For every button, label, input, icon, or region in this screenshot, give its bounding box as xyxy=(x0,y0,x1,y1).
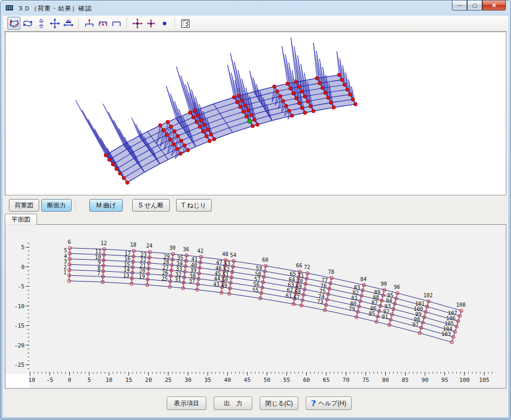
support-node-3d xyxy=(327,96,330,100)
tab-plan-view[interactable]: 平面図 xyxy=(5,214,37,225)
diagram-type-row: 荷重図 断面力 M 曲げ S せん断 T ねじり xyxy=(3,196,508,213)
plan-view-panel: -10-505101520253035404550556065707580859… xyxy=(5,224,506,389)
node-number: 36 xyxy=(183,247,189,252)
support-node-3d xyxy=(343,83,346,87)
node-number: 29 xyxy=(164,254,170,260)
x-tick-label: 65 xyxy=(323,377,330,383)
torsion-button[interactable]: T ねじり xyxy=(176,199,212,212)
dialog-content: 荷重図 断面力 M 曲げ S せん断 T ねじり 平面図 -10-5051015… xyxy=(3,16,508,417)
support-node-3d xyxy=(300,106,304,110)
support-node-3d xyxy=(292,91,295,95)
orbit-button[interactable] xyxy=(21,17,34,30)
shear-button[interactable]: S せん断 xyxy=(132,199,170,212)
support-node-3d xyxy=(243,103,247,107)
node-number: 33 xyxy=(176,266,182,272)
support-node-3d xyxy=(235,100,239,104)
node-number: 59 xyxy=(256,265,262,271)
support-node-3d xyxy=(294,80,298,84)
support-node-3d xyxy=(297,101,301,105)
node-number: 56 xyxy=(253,282,260,287)
support-node-3d xyxy=(286,82,289,86)
node-forces-large-button[interactable] xyxy=(131,17,144,30)
support-node-3d xyxy=(158,124,162,127)
node-dot-button[interactable] xyxy=(158,17,171,30)
help-question-icon: ? xyxy=(311,399,316,408)
span-frame-button[interactable] xyxy=(110,17,123,30)
node-number: 38 xyxy=(190,273,196,279)
node-number: 102 xyxy=(423,293,433,298)
x-tick-label: 80 xyxy=(382,377,389,383)
y-tick-label: -10 xyxy=(14,303,25,310)
node-forces-small-button[interactable] xyxy=(144,17,157,30)
support-node-3d xyxy=(251,124,254,128)
node-number: 20 xyxy=(139,268,145,274)
support-node-3d xyxy=(188,111,192,114)
support-node-3d xyxy=(196,114,200,118)
load-point-button[interactable] xyxy=(96,17,109,30)
support-node-3d xyxy=(329,101,333,104)
support-node-3d xyxy=(193,109,196,113)
support-node-3d xyxy=(201,130,205,133)
node-number: 84 xyxy=(361,276,367,282)
close-button[interactable]: ✕ xyxy=(482,1,506,10)
translate-horizontal-button[interactable] xyxy=(62,17,75,30)
toolbar-separator xyxy=(175,18,176,29)
load-diagram-button[interactable]: 荷重図 xyxy=(9,199,39,212)
node-number: 14 xyxy=(123,267,130,273)
rotate-3d-button[interactable] xyxy=(7,17,20,30)
node-number: 35 xyxy=(177,255,183,261)
y-tick-label: 0 xyxy=(21,264,25,271)
node-number: 67 xyxy=(294,295,300,300)
x-tick-label: 15 xyxy=(125,377,132,383)
node-number: 43 xyxy=(213,282,219,287)
support-node-3d xyxy=(172,143,176,146)
support-node-3d xyxy=(318,81,321,85)
minimize-button[interactable]: ─ xyxy=(452,1,467,10)
dialog-window: ３Ｄ（荷重・結果）確認 ─ ▢ ✕ xyxy=(0,0,511,420)
display-items-button[interactable]: 表示項目 xyxy=(167,396,206,410)
footer-bar: 表示項目 出 力 閉じる(C) ? ヘルプ(H) xyxy=(3,389,508,416)
load-span-button[interactable] xyxy=(83,17,96,30)
support-node-3d xyxy=(303,95,307,98)
support-node-3d xyxy=(173,130,177,133)
section-force-button[interactable]: 断面力 xyxy=(41,199,72,212)
support-node-3d xyxy=(240,99,244,102)
node-number: 31 xyxy=(175,277,181,283)
support-node-3d xyxy=(311,109,315,113)
support-node-3d xyxy=(351,98,355,101)
pan-button[interactable] xyxy=(48,17,61,30)
display-options-button[interactable] xyxy=(179,17,192,30)
help-button[interactable]: ? ヘルプ(H) xyxy=(306,396,352,410)
support-node-3d xyxy=(245,115,248,119)
toolbar xyxy=(3,16,508,31)
node-number: 27 xyxy=(162,265,169,271)
node-number: 3 xyxy=(64,259,67,264)
bending-moment-button[interactable]: M 曲げ xyxy=(89,199,123,212)
support-node-3d xyxy=(205,134,208,138)
support-node-3d xyxy=(186,148,190,152)
viewport-3d[interactable] xyxy=(5,31,506,195)
zoom-vertical-icon xyxy=(36,18,47,29)
support-node-3d xyxy=(247,109,250,112)
close-dialog-button[interactable]: 閉じる(C) xyxy=(260,396,298,410)
output-button[interactable]: 出 力 xyxy=(214,396,252,410)
support-node-3d xyxy=(332,106,335,109)
title-bar[interactable]: ３Ｄ（荷重・結果）確認 ─ ▢ ✕ xyxy=(1,1,510,15)
zoom-vertical-button[interactable] xyxy=(34,17,48,30)
node-number: 26 xyxy=(162,270,168,276)
support-node-3d xyxy=(192,115,195,119)
node-number: 5 xyxy=(64,248,67,253)
support-node-3d xyxy=(213,137,216,141)
maximize-button[interactable]: ▢ xyxy=(467,1,482,10)
node-number: 21 xyxy=(140,263,146,269)
node-number: 16 xyxy=(124,256,131,262)
node-number: 7 xyxy=(97,271,100,276)
x-tick-label: 85 xyxy=(402,377,409,383)
display-options-icon xyxy=(180,18,191,29)
diagram-separator xyxy=(76,200,77,211)
node-number: 25 xyxy=(161,276,168,282)
x-tick-label: 70 xyxy=(343,377,350,383)
node-number: 44 xyxy=(214,276,220,282)
support-node-3d xyxy=(297,85,301,89)
support-node-3d xyxy=(118,172,122,176)
